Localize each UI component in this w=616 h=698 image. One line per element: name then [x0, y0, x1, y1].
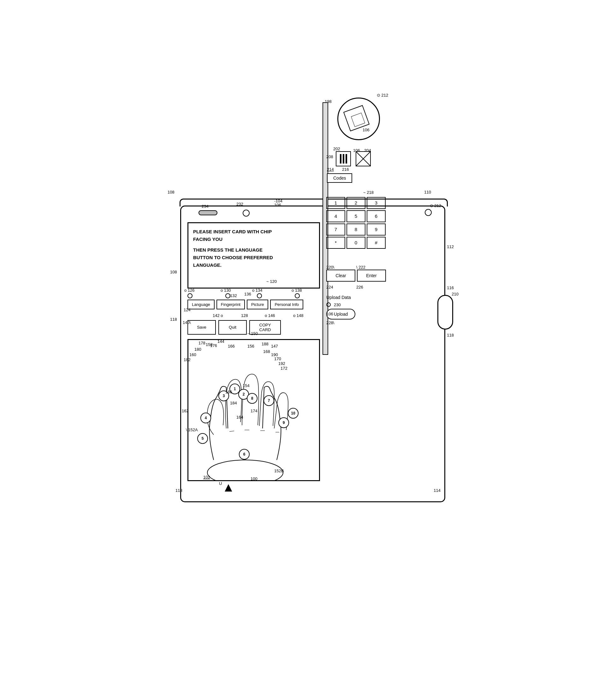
ref-138: o 138: [291, 288, 302, 293]
key-hash[interactable]: #: [367, 237, 386, 249]
ref-212-top: ⊙ 212: [430, 203, 441, 208]
ref-222: \ 222: [356, 265, 366, 269]
ref-128: 128: [241, 313, 248, 318]
key-6[interactable]: 6: [367, 210, 386, 222]
ref-174: 174: [250, 408, 258, 413]
screen-line4: THEN PRESS THE LANGUAGE: [193, 246, 314, 254]
ref-208: 208: [326, 154, 333, 159]
key-3[interactable]: 3: [367, 197, 386, 209]
screen-line5: BUTTON TO CHOOSE PREFERRED: [193, 254, 314, 261]
ref-178: 178: [199, 341, 205, 345]
camera-circle: [337, 98, 380, 140]
top-right-screw: [425, 209, 432, 216]
ref-210: 210: [452, 292, 459, 296]
key-8[interactable]: 8: [346, 224, 366, 236]
cabinet-body: 234 232 106 -104 ⊙ 212 112 116 118 108 1…: [180, 206, 445, 502]
ref-212-cam: ⊙ 212: [377, 93, 388, 98]
led-indicator: [326, 303, 331, 307]
finger-9: 9: [278, 417, 289, 428]
key-9[interactable]: 9: [367, 224, 386, 236]
svg-point-0: [207, 460, 283, 481]
ref-u: U: [219, 481, 222, 486]
btn-clear[interactable]: Clear: [326, 269, 355, 282]
finger-8: 8: [247, 393, 258, 404]
key-1[interactable]: 1: [326, 197, 345, 209]
btn-language[interactable]: Language: [187, 299, 215, 309]
keypad-row-1: 1 2 3: [326, 197, 391, 209]
btn-codes[interactable]: Codes: [327, 173, 352, 183]
handle: [438, 295, 453, 330]
finger-6: 6: [239, 449, 249, 460]
ref-106-ic: 106: [353, 148, 360, 153]
ref-147: 147: [271, 344, 278, 349]
key-2[interactable]: 2: [346, 197, 366, 209]
ref-106-cam: 106: [362, 127, 370, 132]
circle-button-top[interactable]: [243, 210, 249, 217]
button-row-2: Save Quit COPYCARD: [187, 320, 281, 335]
finger-10: 10: [288, 408, 299, 419]
ref-224: 224: [326, 285, 333, 290]
ref-132: 132: [230, 293, 237, 298]
finger-5: 5: [197, 433, 208, 444]
screen-line2: FACING YOU: [193, 236, 314, 243]
button-row-1: Language Fingerprint Picture Personal In…: [187, 299, 303, 309]
btn-quit[interactable]: Quit: [218, 320, 247, 335]
ref-188: 188: [262, 341, 269, 346]
ref-164: 164: [237, 415, 243, 420]
ref-166: 166: [228, 344, 235, 349]
key-0[interactable]: 0: [346, 237, 366, 249]
ref-172: 172: [281, 366, 287, 371]
btn-personal-info[interactable]: Personal Info: [270, 299, 303, 309]
upload-section: Upload Data 230 Upload 106 228\: [326, 295, 355, 320]
ref-112: 112: [447, 245, 454, 249]
ref-168: 168: [263, 349, 270, 354]
screw-4: [295, 293, 300, 298]
btn-picture[interactable]: Picture: [247, 299, 268, 309]
card-slot[interactable]: [199, 210, 217, 215]
icons-row: [336, 151, 371, 166]
ref-110: 110: [424, 190, 431, 194]
ref-118-r: 118: [447, 333, 454, 337]
btn-enter[interactable]: Enter: [357, 269, 386, 282]
ref-130: o 130: [220, 288, 231, 293]
screen-line1: PLEASE INSERT CARD WITH CHIP: [193, 228, 314, 236]
ref-230-inline: 230: [334, 303, 341, 307]
finger-7: 7: [263, 395, 274, 406]
cabinet-top-bevel: [180, 198, 448, 207]
ref-218: ~ 218: [363, 190, 374, 195]
ref-152b: 152B: [274, 469, 284, 473]
screw-2: [225, 293, 230, 298]
ref-144: 144: [217, 339, 224, 344]
ref-186: 186: [225, 390, 232, 394]
key-star[interactable]: *: [326, 237, 345, 249]
key-5[interactable]: 5: [346, 210, 366, 222]
ref-106-up: 106: [326, 311, 333, 316]
ref-136: 136: [244, 292, 251, 296]
ref-192: 192: [278, 361, 285, 366]
ref-204: 204: [364, 148, 371, 153]
ref-118-bottom: 118: [175, 488, 182, 493]
key-7[interactable]: 7: [326, 224, 345, 236]
ref-134: o 134: [252, 288, 262, 293]
key-4[interactable]: 4: [326, 210, 345, 222]
screen-display: PLEASE INSERT CARD WITH CHIP FACING YOU …: [187, 222, 320, 289]
btn-fingerprint[interactable]: Fingerprint: [216, 299, 245, 309]
ref-116: 116: [447, 285, 454, 290]
ref-118-l: 118: [170, 317, 177, 322]
ref-162: 162: [182, 408, 189, 413]
ref-180: 180: [195, 347, 201, 352]
svg-line-1: [229, 431, 234, 432]
ref-148: o 148: [293, 313, 304, 318]
screen-text: PLEASE INSERT CARD WITH CHIP FACING YOU …: [193, 228, 314, 269]
ref-126: o 126: [184, 288, 195, 293]
ref-114: 114: [434, 488, 441, 493]
ref-170: 170: [274, 357, 281, 361]
ref-142: 142 o: [213, 313, 223, 318]
ref-140: 140\: [183, 320, 191, 325]
keypad-row-4: * 0 #: [326, 237, 391, 249]
ref-234: 234: [202, 204, 209, 209]
ref-226: 226: [356, 285, 363, 290]
btn-save[interactable]: Save: [187, 320, 216, 335]
ref-216: 216: [342, 167, 349, 172]
arrow-indicator: ▲: [222, 481, 235, 493]
